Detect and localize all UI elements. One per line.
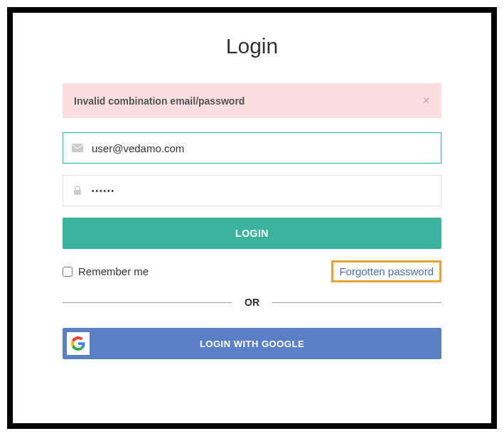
divider-text: OR (232, 297, 272, 308)
login-panel: Login Invalid combination email/password… (7, 7, 497, 429)
lock-icon (63, 186, 92, 196)
forgotten-password-link[interactable]: Forgotten password (331, 260, 441, 282)
divider: OR (63, 297, 441, 308)
login-button[interactable]: LOGIN (63, 218, 441, 249)
email-input-group[interactable] (63, 132, 441, 164)
password-input-group[interactable] (63, 175, 441, 206)
remember-label: Remember me (78, 265, 149, 277)
page-title: Login (226, 34, 278, 58)
svg-rect-1 (74, 190, 81, 195)
options-row: Remember me Forgotten password (63, 260, 441, 282)
google-icon (67, 332, 90, 355)
divider-line-left (63, 302, 232, 303)
envelope-icon (63, 144, 92, 152)
login-with-google-button[interactable]: LOGIN WITH GOOGLE (63, 328, 441, 359)
password-field[interactable] (92, 176, 441, 206)
remember-me[interactable]: Remember me (63, 265, 149, 277)
login-form: Invalid combination email/password × (63, 83, 441, 359)
close-icon[interactable]: × (422, 93, 430, 108)
error-message: Invalid combination email/password (74, 95, 245, 107)
error-alert: Invalid combination email/password × (63, 83, 441, 118)
email-field[interactable] (92, 133, 441, 163)
divider-line-right (272, 302, 441, 303)
remember-checkbox[interactable] (63, 267, 73, 277)
google-button-label: LOGIN WITH GOOGLE (200, 339, 304, 349)
